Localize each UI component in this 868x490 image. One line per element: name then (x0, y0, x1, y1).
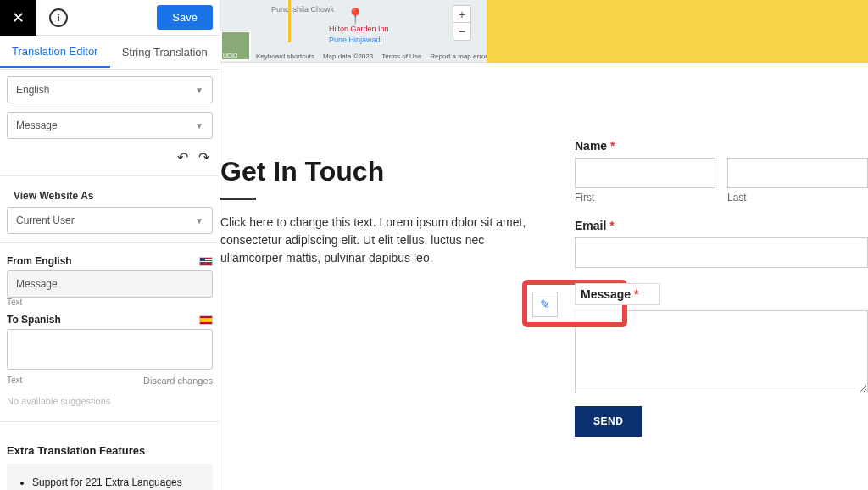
from-language-label: From English (7, 255, 72, 267)
name-label: Name * (575, 139, 868, 153)
yellow-banner (487, 0, 868, 63)
translation-input[interactable] (7, 329, 213, 370)
item-select-value: Message (16, 120, 58, 131)
redo-icon[interactable]: ↷ (198, 149, 209, 165)
page-title: Get In Touch (220, 156, 542, 187)
language-select-value: English (16, 84, 49, 96)
first-name-input[interactable] (575, 158, 715, 188)
view-as-value: Current User (16, 214, 75, 226)
flag-es-icon (199, 315, 213, 325)
item-select[interactable]: Message ▼ (7, 112, 213, 139)
send-button[interactable]: SEND (575, 406, 642, 437)
save-button[interactable]: Save (157, 5, 213, 30)
chevron-down-icon: ▼ (195, 121, 203, 131)
first-name-sublabel: First (575, 192, 715, 203)
chevron-down-icon: ▼ (195, 216, 203, 226)
last-name-sublabel: Last (727, 192, 868, 203)
no-suggestions-text: No available suggestions (7, 386, 213, 416)
close-button[interactable]: ✕ (0, 0, 36, 36)
map-road (288, 0, 291, 42)
extra-feature-item: Support for 221 Extra Languages (32, 474, 201, 490)
close-icon: ✕ (12, 8, 25, 27)
language-select[interactable]: English ▼ (7, 76, 213, 103)
map-terms-link[interactable]: Terms of Use (381, 53, 421, 60)
edit-translation-icon[interactable]: ✎ (532, 292, 558, 317)
tab-string-translation[interactable]: String Translation (110, 37, 220, 67)
email-label: Email * (575, 219, 868, 232)
tab-translation-editor[interactable]: Translation Editor (0, 36, 110, 68)
heading-underline (220, 198, 256, 200)
source-type-label: Text (7, 298, 213, 307)
map-kb-shortcuts[interactable]: Keyboard shortcuts (256, 53, 314, 60)
extra-features-title: Extra Translation Features (0, 434, 220, 464)
map-zoom-out[interactable]: − (453, 23, 470, 40)
chevron-down-icon: ▼ (195, 86, 203, 95)
extra-features-card: Support for 221 Extra Languages Yoast SE… (7, 464, 213, 490)
map-data-label: Map data ©2023 (323, 53, 373, 60)
map-pin-icon: 📍 (346, 7, 364, 25)
last-name-input[interactable] (727, 158, 868, 188)
to-language-label: To Spanish (7, 314, 61, 326)
view-as-label: View Website As (7, 181, 213, 207)
map-hotel-label: Hilton Garden Inn (329, 25, 389, 34)
view-as-select[interactable]: Current User ▼ (7, 207, 213, 234)
email-input[interactable] (575, 237, 868, 268)
target-type-label: Text (7, 376, 22, 386)
undo-icon[interactable]: ↶ (177, 149, 188, 165)
info-icon[interactable]: i (49, 8, 68, 27)
map-report-link[interactable]: Report a map error (430, 53, 487, 60)
map-place-label: Punchshila Chowk (271, 5, 334, 14)
map-hotel-sublabel: Pune Hinjawadi (329, 36, 382, 44)
message-label[interactable]: Message * (575, 283, 660, 305)
required-asterisk: * (609, 219, 614, 232)
map-satellite-thumb[interactable]: UDIO (220, 31, 251, 61)
source-text-input (7, 270, 213, 298)
map-zoom-in[interactable]: + (453, 6, 470, 23)
required-asterisk: * (610, 139, 615, 153)
required-asterisk: * (634, 287, 638, 301)
discard-changes-link[interactable]: Discard changes (143, 376, 213, 386)
intro-paragraph[interactable]: Click here to change this text. Lorem ip… (220, 214, 542, 267)
flag-us-icon (199, 257, 213, 266)
map-preview[interactable]: UDIO Punchshila Chowk 📍 Hilton Garden In… (220, 0, 868, 63)
